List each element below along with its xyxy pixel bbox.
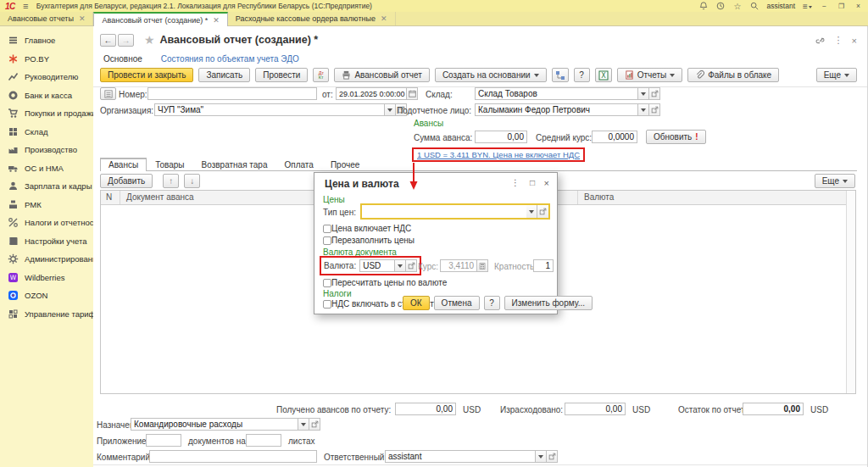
column-header-document[interactable]: Документ аванса — [126, 192, 194, 202]
service-menu-icon[interactable]: ≡ — [803, 2, 812, 11]
sidebar-item-manager[interactable]: Руководителю — [0, 68, 93, 86]
form-close-icon[interactable]: × — [852, 36, 857, 46]
date-input[interactable]: 29.01.2025 0:00:00 — [336, 87, 407, 100]
cloud-files-button[interactable]: Файлы в облаке — [687, 68, 779, 82]
tab-close-icon[interactable]: ✕ — [213, 16, 220, 25]
sidebar-item-wildberries[interactable]: W Wildberries — [0, 269, 93, 287]
nav-main-link[interactable]: Основное — [103, 54, 142, 64]
refresh-button[interactable]: Обновить ! — [646, 130, 706, 144]
dialog-change-form-button[interactable]: Изменить форму... — [504, 296, 593, 310]
add-row-button[interactable]: Добавить — [100, 174, 153, 188]
post-and-close-button[interactable]: Провести и закрыть — [100, 68, 193, 82]
post-button[interactable]: Провести — [255, 68, 308, 82]
rest-input[interactable]: 0,00 — [743, 403, 804, 415]
sidebar-item-production[interactable]: Производство — [0, 141, 93, 159]
attachment-docs-input[interactable] — [146, 434, 181, 447]
warehouse-dropdown-button[interactable] — [638, 87, 649, 100]
back-button[interactable]: ← — [100, 34, 116, 47]
received-advances-input[interactable]: 0,00 — [395, 403, 456, 415]
price-includes-vat-checkbox[interactable] — [323, 225, 331, 233]
favorite-star-icon[interactable]: ★ — [144, 33, 155, 47]
sidebar-item-administration[interactable]: Администрирование — [0, 250, 93, 269]
multiplicity-input[interactable]: 1 — [533, 259, 554, 272]
sidebar-item-salary-hr[interactable]: Зарплата и кадры — [0, 177, 93, 196]
forward-button[interactable]: → — [118, 34, 134, 47]
date-calendar-button[interactable] — [407, 87, 418, 100]
window-tab-cash-orders[interactable]: Расходные кассовые ордера валютные ✕ — [228, 12, 396, 25]
sidebar-item-purchases-sales[interactable]: Покупки и продажи — [0, 104, 93, 123]
responsible-open-button[interactable] — [547, 450, 558, 463]
tab-close-icon[interactable]: ✕ — [381, 14, 387, 23]
sidebar-item-roby[interactable]: PO.BY — [0, 50, 93, 69]
spent-input[interactable]: 0,00 — [565, 403, 626, 415]
responsible-dropdown-button[interactable] — [536, 450, 547, 463]
help-button[interactable]: ? — [574, 68, 590, 82]
dialog-more-icon[interactable]: ⋮ — [511, 178, 520, 187]
move-down-button[interactable]: ↓ — [184, 174, 200, 188]
price-type-input[interactable] — [360, 203, 550, 220]
responsible-input[interactable]: assistant — [385, 450, 536, 463]
sidebar-item-taxes-reporting[interactable]: Налоги и отчетность — [0, 214, 93, 232]
recalculate-prices-checkbox[interactable] — [323, 279, 331, 287]
organization-dropdown-button[interactable] — [385, 103, 396, 116]
tab-payment[interactable]: Оплата — [276, 158, 322, 171]
purpose-dropdown-button[interactable] — [298, 418, 309, 431]
number-input[interactable] — [147, 87, 317, 100]
column-header-currency[interactable]: Валюта — [584, 192, 614, 202]
notifications-bell-icon[interactable] — [698, 2, 708, 11]
sidebar-item-bank-cash[interactable]: Банк и касса — [0, 86, 93, 105]
price-type-dropdown-button[interactable] — [526, 205, 537, 218]
nav-edo-link[interactable]: Состояния по объектам учета ЭДО — [161, 54, 299, 64]
minimize-icon[interactable]: − — [820, 2, 829, 11]
comment-input[interactable] — [149, 450, 317, 463]
organization-input[interactable]: ЧУП "Зима" — [154, 103, 385, 116]
vat-in-cost-checkbox[interactable] — [323, 300, 331, 309]
dialog-cancel-button[interactable]: Отмена — [434, 296, 480, 310]
tab-goods[interactable]: Товары — [147, 158, 192, 171]
history-clock-icon[interactable] — [715, 2, 725, 11]
sidebar-item-main[interactable]: Главное — [0, 31, 93, 50]
price-type-open-button[interactable] — [537, 205, 548, 218]
dt-kt-button[interactable]: ДтКт — [313, 68, 329, 82]
write-button[interactable]: Записать — [198, 68, 250, 82]
attachment-sheets-input[interactable] — [246, 434, 281, 447]
window-tab-advance-reports[interactable]: Авансовые отчеты ✕ — [0, 12, 93, 25]
person-dropdown-button[interactable] — [638, 103, 649, 116]
dialog-close-icon[interactable]: × — [544, 178, 549, 188]
sidebar-item-accounting-settings[interactable]: Настройки учета — [0, 232, 93, 251]
search-icon[interactable] — [749, 2, 759, 11]
table-scrollbar[interactable] — [846, 191, 855, 393]
currency-rate-link[interactable]: 1 USD = 3.411 BYN. Цена не включает НДС — [417, 150, 580, 159]
print-advance-report-button[interactable]: Авансовый отчет — [334, 68, 429, 82]
tab-close-icon[interactable]: ✕ — [79, 14, 86, 23]
number-settings-button[interactable] — [100, 87, 116, 100]
currency-input[interactable]: USD — [359, 259, 395, 272]
sidebar-item-warehouse[interactable]: Склад — [0, 123, 93, 142]
structure-button[interactable] — [552, 68, 569, 82]
grid-more-button[interactable]: Еще — [815, 174, 855, 188]
create-based-on-button[interactable]: Создать на основании — [435, 68, 547, 82]
link-icon[interactable] — [815, 36, 826, 46]
currency-open-button[interactable] — [406, 259, 417, 272]
tab-returnable-packaging[interactable]: Возвратная тара — [193, 158, 276, 171]
reports-button[interactable]: Отчеты — [617, 68, 683, 82]
sidebar-item-rmk[interactable]: РМК — [0, 196, 93, 214]
average-rate-input[interactable]: 0,0000 — [592, 131, 637, 143]
close-app-icon[interactable]: × — [854, 2, 863, 11]
dialog-help-button[interactable]: ? — [484, 296, 500, 310]
warehouse-input[interactable]: Склад Товаров — [475, 87, 638, 100]
currency-dropdown-button[interactable] — [395, 259, 406, 272]
sidebar-item-ozon[interactable]: OZON — [0, 286, 93, 305]
tab-other[interactable]: Прочее — [322, 158, 368, 171]
rate-calculator-button[interactable] — [477, 259, 488, 272]
advance-sum-input[interactable]: 0,00 — [475, 131, 527, 143]
person-open-button[interactable] — [649, 103, 660, 116]
dialog-maximize-icon[interactable]: □ — [530, 178, 535, 187]
sidebar-item-fixed-assets[interactable]: ОС и НМА — [0, 159, 93, 178]
main-menu-icon[interactable]: ≡ — [21, 2, 31, 11]
form-more-button[interactable]: Еще — [816, 68, 857, 82]
favorites-star-icon[interactable]: ☆ — [732, 2, 742, 11]
warehouse-open-button[interactable] — [649, 87, 660, 100]
restore-icon[interactable]: ❐ — [837, 2, 846, 11]
rate-input[interactable]: 3,4110 — [440, 259, 477, 272]
